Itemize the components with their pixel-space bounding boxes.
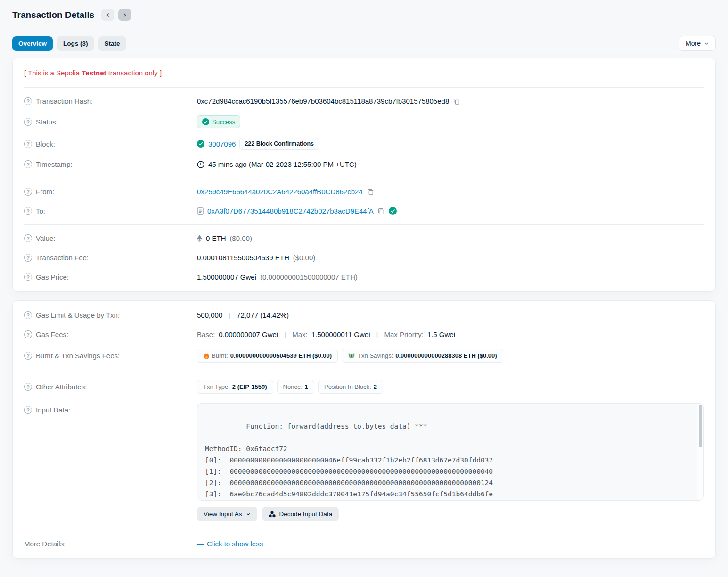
- help-icon[interactable]: [24, 118, 32, 126]
- clock-icon: [197, 161, 204, 168]
- position-in-block-value: 2: [374, 383, 377, 390]
- copy-to-address-button[interactable]: [377, 207, 385, 215]
- tab-overview[interactable]: Overview: [12, 36, 53, 51]
- help-icon[interactable]: [24, 311, 32, 319]
- verified-contract-check-icon: [389, 207, 397, 215]
- base-fee-label: Base:: [197, 330, 215, 338]
- block-label: Block:: [36, 140, 55, 148]
- chevron-left-icon: [105, 12, 111, 18]
- help-icon[interactable]: [24, 273, 32, 281]
- testnet-warning-prefix: [ This is a Sepolia: [24, 69, 82, 77]
- block-number-link[interactable]: 3007096: [208, 140, 236, 148]
- transaction-fee-row: Transaction Fee: 0.000108115500504539 ET…: [24, 248, 704, 267]
- gas-price-eth: (0.000000001500000007 ETH): [260, 273, 358, 281]
- details-card: Gas Limit & Usage by Txn: 500,000 | 72,0…: [12, 300, 716, 559]
- gas-limit-value: 500,000: [197, 311, 222, 319]
- input-data-row: Input Data: Function: forward(address to…: [24, 398, 704, 526]
- gas-limit-label: Gas Limit & Usage by Txn:: [36, 311, 120, 319]
- timestamp-row: Timestamp: 45 mins ago (Mar-02-2023 12:5…: [24, 155, 704, 174]
- show-less-label: Click to show less: [207, 540, 263, 548]
- view-input-as-button[interactable]: View Input As: [197, 507, 257, 521]
- gas-price-value: 1.500000007 Gwei: [197, 273, 256, 281]
- separator: |: [226, 311, 233, 319]
- help-icon[interactable]: [24, 160, 32, 168]
- input-data-textarea[interactable]: Function: forward(address to,bytes data)…: [197, 403, 704, 501]
- position-in-block-badge: Position In Block: 2: [318, 380, 383, 394]
- value-usd: ($0.00): [230, 234, 253, 242]
- help-icon[interactable]: [24, 140, 32, 148]
- value-amount: 0 ETH: [206, 234, 226, 242]
- copy-from-address-button[interactable]: [367, 188, 374, 196]
- status-badge-label: Success: [212, 118, 235, 125]
- show-less-link[interactable]: — Click to show less: [197, 540, 263, 548]
- transaction-hash-label: Transaction Hash:: [36, 97, 93, 105]
- nonce-badge: Nonce: 1: [277, 380, 314, 394]
- timestamp-label: Timestamp:: [36, 160, 73, 168]
- to-label: To:: [36, 207, 45, 215]
- tabs-row: Overview Logs (3) State More: [12, 28, 716, 58]
- gas-price-row: Gas Price: 1.500000007 Gwei (0.000000001…: [24, 267, 704, 287]
- copy-hash-button[interactable]: [453, 98, 460, 105]
- from-address-link[interactable]: 0x259c49E65644a020C2A642260a4ffB0CD862cb…: [197, 188, 363, 196]
- block-row: Block: 3007096 222 Block Confirmations: [24, 133, 704, 155]
- next-transaction-button[interactable]: [118, 9, 131, 21]
- txn-savings-badge-value: 0.000000000000288308 ETH ($0.00): [395, 352, 497, 359]
- page-title: Transaction Details: [12, 10, 94, 20]
- divider: [24, 371, 704, 371]
- nonce-label: Nonce:: [283, 383, 303, 390]
- view-input-as-label: View Input As: [204, 511, 242, 518]
- burnt-badge-value: 0.000000000000504539 ETH ($0.00): [230, 352, 332, 359]
- tab-state[interactable]: State: [98, 36, 126, 51]
- collapse-dash-icon: —: [197, 540, 204, 548]
- decode-input-data-label: Decode Input Data: [279, 511, 333, 518]
- from-label: From:: [36, 188, 54, 196]
- block-confirmations-badge: 222 Block Confirmations: [239, 138, 319, 150]
- to-address-link[interactable]: 0xA3f07D6773514480b918C2742b027b3acD9E44…: [207, 207, 374, 215]
- decode-input-data-button[interactable]: Decode Input Data: [262, 507, 339, 521]
- help-icon[interactable]: [24, 188, 32, 196]
- testnet-warning-bold: Testnet: [82, 69, 106, 77]
- transaction-fee-usd: ($0.00): [293, 254, 316, 262]
- other-attributes-label: Other Attributes:: [36, 383, 87, 391]
- to-row: To: 0xA3f07D6773514480b918C2742b027b3acD…: [24, 201, 704, 221]
- help-icon[interactable]: [24, 254, 32, 262]
- transaction-fee-value: 0.000108115500504539 ETH: [197, 254, 289, 262]
- chevron-down-icon: [704, 41, 709, 46]
- more-dropdown-button[interactable]: More: [679, 36, 716, 51]
- burnt-badge-label: Burnt:: [212, 352, 228, 359]
- help-icon[interactable]: [24, 383, 32, 391]
- help-icon[interactable]: [24, 97, 32, 105]
- testnet-warning-suffix: transaction only ]: [106, 69, 162, 77]
- status-badge: Success: [197, 115, 240, 128]
- txn-type-label: Txn Type:: [203, 383, 230, 390]
- txn-savings-badge-label: Txn Savings:: [358, 352, 393, 359]
- copy-icon: [367, 188, 374, 196]
- resize-grip-icon[interactable]: [653, 450, 703, 499]
- separator: |: [374, 330, 381, 338]
- help-icon[interactable]: [24, 406, 32, 414]
- transaction-details-page: Transaction Details Overview Logs (3) St…: [0, 0, 728, 559]
- max-priority-fee-value: 1.5 Gwei: [427, 330, 455, 338]
- gas-limit-row: Gas Limit & Usage by Txn: 500,000 | 72,0…: [24, 305, 704, 325]
- burnt-fees-row: Burnt & Txn Savings Fees: Burnt: 0.00000…: [24, 344, 704, 367]
- help-icon[interactable]: [24, 352, 32, 360]
- input-data-content: Function: forward(address to,bytes data)…: [205, 422, 505, 501]
- divider: [24, 178, 704, 178]
- input-data-buttons: View Input As Decode Input Data: [197, 507, 704, 521]
- block-confirmations-label: 222 Block Confirmations: [245, 140, 314, 147]
- other-attributes-row: Other Attributes: Txn Type: 2 (EIP-1559)…: [24, 375, 704, 398]
- previous-transaction-button[interactable]: [101, 9, 114, 21]
- value-row: Value: 0 ETH ($0.00): [24, 229, 704, 248]
- tab-logs[interactable]: Logs (3): [57, 36, 94, 51]
- help-icon[interactable]: [24, 234, 32, 242]
- chevron-right-icon: [122, 12, 128, 18]
- status-label: Status:: [36, 118, 58, 126]
- position-in-block-label: Position In Block:: [324, 383, 371, 390]
- help-icon[interactable]: [24, 207, 32, 215]
- from-row: From: 0x259c49E65644a020C2A642260a4ffB0C…: [24, 182, 704, 201]
- gas-usage-value: 72,077 (14.42%): [237, 311, 289, 319]
- transaction-hash-row: Transaction Hash: 0xc72d984ccac6190b5f13…: [24, 91, 704, 111]
- scrollbar-thumb[interactable]: [699, 405, 702, 447]
- help-icon[interactable]: [24, 330, 32, 338]
- tab-list: Overview Logs (3) State: [12, 36, 126, 51]
